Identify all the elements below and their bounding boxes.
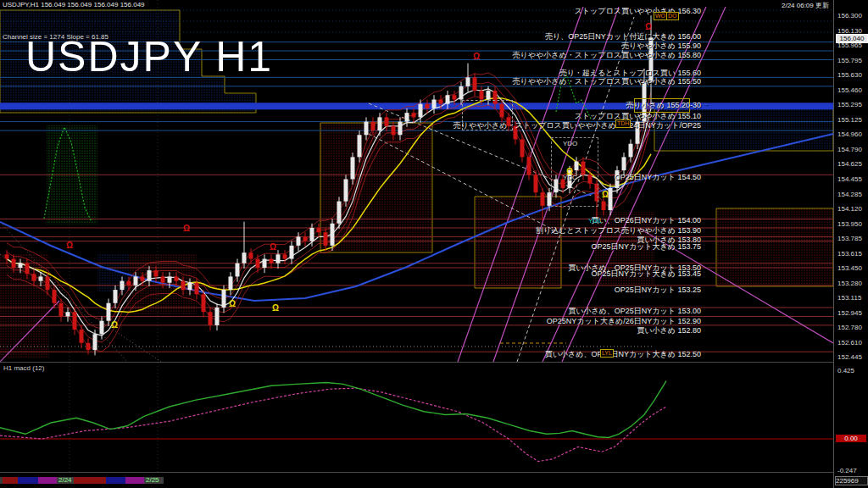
macd-axis-min: -0.247 [837, 467, 857, 474]
session-segment [106, 477, 125, 484]
date-label: 2/25 [146, 476, 159, 484]
order-annotation: OP25日NYカット 154.50 [615, 173, 701, 181]
inline-label-ydl: YDL [588, 217, 602, 225]
order-annotation: 売りやや小さめ 155.90 [621, 42, 701, 50]
price-axis-label: 155.295 [837, 101, 862, 108]
macd-main-line [0, 381, 666, 438]
price-axis-label: 154.120 [837, 205, 862, 213]
price-axis-label: 153.950 [837, 220, 862, 228]
price-axis-label: 155.630 [837, 71, 862, 79]
price-axis-label: 152.945 [837, 309, 862, 317]
order-annotation: 売り、OP25日NYカット付近に大きめ 156.00 [545, 32, 701, 41]
session-segment [74, 477, 106, 484]
macd-axis-max: 0.425 [837, 367, 854, 374]
macd-axis-zero: 0.00 [836, 435, 866, 442]
order-annotation: OP25日NYカット 153.25 [615, 286, 701, 294]
tag-box-tdh: TDH [615, 119, 631, 128]
order-annotation: 買い小さめ、OP25日NYカット大きめ 152.50 [545, 350, 701, 358]
session-segment [18, 477, 38, 484]
red-cloud [716, 208, 833, 286]
order-annotation: 売りやや小さめ・ストップロス買いやや小さめ 155.80 [513, 51, 701, 59]
omega-marker-yellow: Ω [272, 304, 279, 313]
inline-label-ydc: YDC [563, 174, 577, 181]
tag-box-wo: WO [654, 12, 667, 20]
price-axis-label: 152.445 [837, 353, 862, 361]
price-axis[interactable]: 156.040 0.425 0.00 -0.247 225969 156.300… [833, 0, 868, 488]
red-cloud [0, 254, 49, 358]
price-axis-label: 154.455 [837, 175, 862, 183]
omega-marker-yellow: Ω [229, 300, 236, 308]
session-color-bar [0, 477, 833, 484]
order-annotation: 売り小さめ 155.20-30 [626, 101, 701, 109]
inline-label-ydo: YDO [563, 140, 577, 147]
macd-canvas[interactable] [0, 363, 833, 472]
outline-box [551, 137, 598, 207]
omega-marker-red: Ω [645, 23, 652, 31]
omega-marker-red: Ω [473, 53, 480, 61]
order-annotation: ストップロス買いやや小さめ 156.30 [575, 7, 701, 15]
omega-marker-red: Ω [270, 243, 276, 252]
price-axis-label: 154.625 [837, 160, 862, 168]
price-axis-label: 154.960 [837, 130, 862, 138]
date-label: 2/24 [58, 476, 72, 484]
price-axis-label: 152.610 [837, 339, 862, 347]
price-axis-label: 153.115 [837, 294, 861, 302]
session-segment [125, 477, 144, 484]
time-axis[interactable]: 2/242/25 [0, 473, 833, 488]
channel-info-label: Channel size = 1274 Slope = 61.85 [3, 33, 108, 41]
bar-counter: 225969 [835, 476, 868, 485]
price-axis-label: 155.125 [837, 116, 862, 124]
order-annotation: 買い、OP26日NYカット 154.00 [592, 216, 701, 225]
tag-box-do: DO [666, 12, 679, 20]
price-axis-label: 153.280 [837, 280, 862, 287]
order-annotation: 売りやや小さめ・ストップロス買いやや小さめ 155.50 [513, 77, 701, 86]
order-annotation: ストップロス買いやや小さめ 155.10 [575, 112, 701, 120]
session-segment [164, 477, 833, 484]
price-axis-label: 153.615 [837, 250, 862, 258]
order-annotation: 売りやや小さめ・ストップロス買いやや小さめ OP24日NYカット/OP25 [453, 121, 701, 130]
price-axis-label: 152.780 [837, 324, 862, 331]
omega-marker-red: Ω [66, 241, 73, 250]
order-annotation: OP25NYカット大きめ/26日NYカット 152.90 [547, 317, 701, 325]
session-segment [3, 477, 18, 484]
price-axis-label: 153.450 [837, 264, 862, 272]
order-annotation: 買い小さめ 152.80 [637, 326, 701, 335]
session-segment [38, 477, 57, 484]
omega-marker-yellow: Ω [111, 321, 118, 330]
omega-marker-red: Ω [183, 225, 190, 233]
price-axis-label: 154.285 [837, 191, 862, 198]
price-axis-label: 155.460 [837, 86, 862, 94]
order-annotation: OP25日NYカット大きめ 153.75 [591, 242, 701, 251]
macd-indicator-label: H1 macd (12) [3, 364, 44, 372]
update-timestamp: 2/24 06:09 更新 [782, 1, 829, 10]
current-price-tag: 156.040 [836, 34, 868, 43]
price-axis-label: 154.790 [837, 146, 862, 153]
red-cloud [475, 197, 561, 288]
tag-box-lyl: LYL [600, 349, 614, 358]
order-annotation: 売り・超えるとストップロス買い 155.60 [559, 69, 701, 77]
price-axis-label: 156.300 [837, 12, 862, 19]
symbol-ohlc-readout: USDJPY,H1 156.049 156.049 156.049 156.04… [3, 1, 145, 8]
panel-separator [0, 362, 833, 363]
order-annotation: 買い小さめ、OP25日NYカット 153.00 [568, 307, 701, 315]
inline-label-arrow: → [702, 100, 709, 108]
price-axis-label: 155.795 [837, 57, 862, 64]
omega-marker-yellow: Ω [602, 191, 609, 199]
order-annotation: 割り込むとストップロス売りやや小さめ 153.90 [536, 226, 701, 235]
order-annotation: OP25日NYカット大きめ 153.45 [591, 269, 701, 278]
price-axis-label: 153.785 [837, 235, 862, 242]
trading-chart-window: USDJPY H1 USDJPY,H1 156.049 156.049 156.… [0, 0, 868, 488]
